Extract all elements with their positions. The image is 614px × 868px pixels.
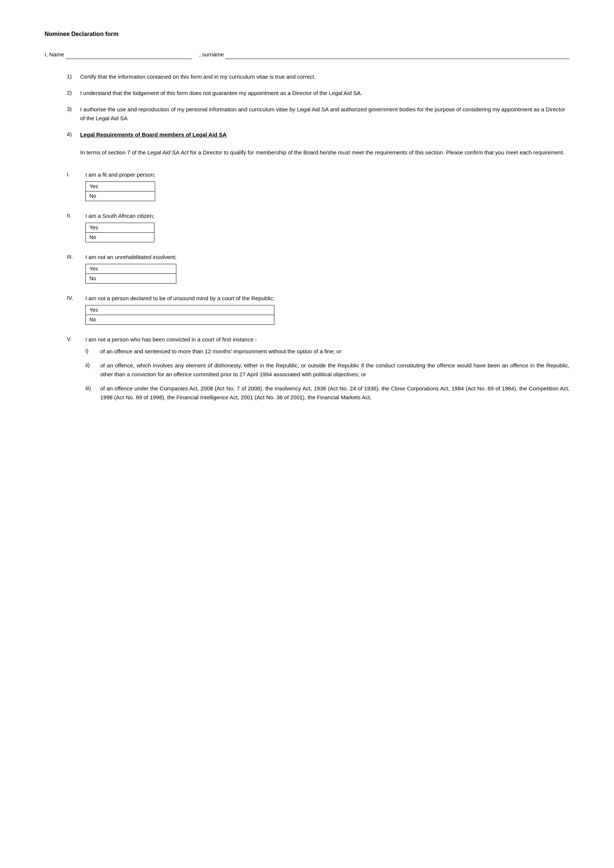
list-item-1: 1) Certify that the information containe… — [67, 72, 569, 81]
roman-content-1: I am a fit and proper person; Yes No — [85, 170, 155, 201]
sub-content-5i: of an offence and sentenced to more than… — [100, 347, 341, 356]
roman-item-2: II. I am a South African citizen; Yes No — [67, 212, 569, 242]
roman-content-2: I am a South African citizen; Yes No — [85, 212, 154, 242]
sub-num-5i: i) — [85, 347, 100, 355]
sub-num-5ii: ii) — [85, 361, 100, 370]
list-content-1: Certify that the information contained o… — [80, 72, 316, 81]
list-num-1: 1) — [67, 72, 80, 81]
sub-list-5: i) of an offence and sentenced to more t… — [85, 347, 569, 407]
form-title: Nominee Declaration form — [45, 30, 569, 39]
yes-option-4[interactable]: Yes — [86, 305, 274, 315]
name-label: I, Name — [45, 50, 64, 59]
surname-label: , surname — [199, 50, 224, 59]
roman-item-3: III. I am not an unrehabilitated insolve… — [67, 253, 569, 284]
sub-item-5i: i) of an offence and sentenced to more t… — [85, 347, 569, 356]
no-option-2[interactable]: No — [86, 232, 154, 242]
sub-content-5iii: of an offence under the Companies Act, 2… — [100, 384, 569, 402]
section4-intro-before: In terms of section 7 of the — [80, 149, 147, 155]
list-content-3: I authorise the use and reproduction of … — [80, 105, 569, 123]
list-item-4: 4) Legal Requirements of Board members o… — [67, 130, 569, 139]
yes-option-1[interactable]: Yes — [86, 181, 155, 191]
list-item-2: 2) I understand that the lodgement of th… — [67, 89, 569, 98]
page: Nominee Declaration form I, Name , surna… — [0, 0, 614, 868]
roman-num-5: V. — [67, 335, 85, 344]
sub-item-5ii: ii) of an offence, which involves any el… — [85, 361, 569, 379]
yes-option-2[interactable]: Yes — [86, 223, 154, 232]
no-option-4[interactable]: No — [86, 315, 274, 324]
sub-num-5iii: iii) — [85, 384, 100, 393]
roman-content-5: I am not a person who has been convicted… — [85, 335, 569, 407]
sub-content-5ii: of an offence, which involves any elemen… — [100, 361, 569, 379]
surname-underline-field[interactable] — [225, 52, 569, 59]
list-num-2: 2) — [67, 89, 80, 97]
roman-content-4: I am not a person declared to be of unso… — [85, 294, 274, 325]
yesno-table-3: Yes No — [85, 264, 176, 284]
roman-num-3: III. — [67, 253, 85, 261]
roman-item-4: IV. I am not a person declared to be of … — [67, 294, 569, 325]
roman-num-1: I. — [67, 170, 85, 179]
yesno-table-2: Yes No — [85, 223, 154, 242]
roman-text-4: I am not a person declared to be of unso… — [85, 294, 274, 303]
name-line: I, Name , surname — [45, 50, 569, 59]
roman-text-2: I am a South African citizen; — [85, 212, 154, 220]
roman-num-4: IV. — [67, 294, 85, 302]
roman-list: I. I am a fit and proper person; Yes No … — [45, 170, 569, 407]
list-num-4: 4) — [67, 130, 80, 139]
yesno-table-1: Yes No — [85, 181, 155, 201]
no-option-1[interactable]: No — [86, 191, 155, 201]
list-num-3: 3) — [67, 105, 80, 113]
section4-intro: In terms of section 7 of the Legal Aid S… — [45, 148, 569, 157]
list-content-4: Legal Requirements of Board members of L… — [80, 130, 227, 139]
yes-option-3[interactable]: Yes — [86, 264, 176, 273]
sub-item-5iii: iii) of an offence under the Companies A… — [85, 384, 569, 402]
roman-num-2: II. — [67, 212, 85, 220]
no-option-3[interactable]: No — [86, 273, 176, 283]
roman-text-5: I am not a person who has been convicted… — [85, 335, 569, 344]
roman-text-1: I am a fit and proper person; — [85, 170, 155, 179]
section4-intro-after: for a Director to qualify for membership… — [189, 149, 564, 155]
main-list: 1) Certify that the information containe… — [45, 72, 569, 139]
roman-item-1: I. I am a fit and proper person; Yes No — [67, 170, 569, 201]
section4-act-name: Legal Aid SA Act — [147, 149, 189, 155]
roman-item-5: V. I am not a person who has been convic… — [67, 335, 569, 407]
roman-text-3: I am not an unrehabilitated insolvent; — [85, 253, 176, 262]
list-content-2: I understand that the lodgement of this … — [80, 89, 362, 98]
yesno-table-4: Yes No — [85, 305, 274, 325]
list-item-3: 3) I authorise the use and reproduction … — [67, 105, 569, 123]
roman-content-3: I am not an unrehabilitated insolvent; Y… — [85, 253, 176, 284]
name-underline-field[interactable] — [66, 52, 192, 59]
